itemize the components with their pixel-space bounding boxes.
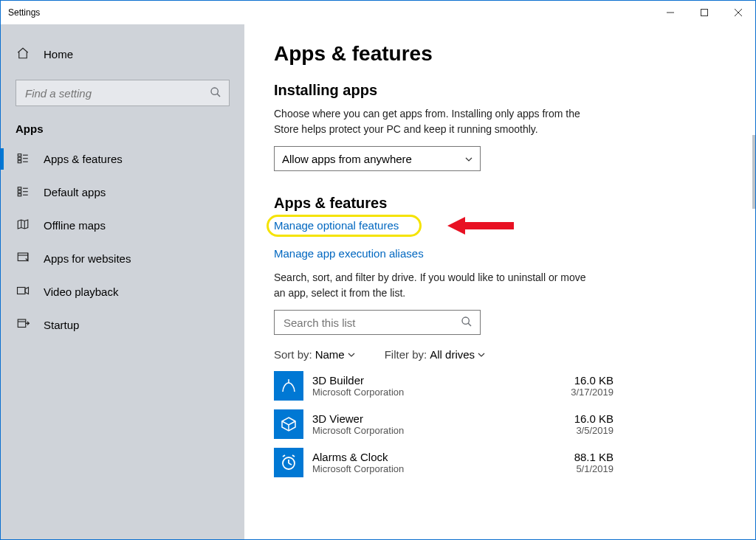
app-publisher: Microsoft Corporation — [312, 425, 574, 436]
scrollbar[interactable] — [752, 135, 755, 209]
chevron-down-icon — [478, 348, 485, 361]
app-size: 16.0 KB — [574, 412, 614, 425]
apps-features-subheader: Apps & features — [274, 195, 726, 212]
nav-item-label: Video playback — [44, 285, 118, 298]
app-row[interactable]: 3D Builder Microsoft Corporation 16.0 KB… — [274, 371, 614, 401]
svg-rect-22 — [18, 288, 26, 294]
home-icon — [16, 46, 30, 62]
svg-point-27 — [462, 317, 469, 324]
apps-search[interactable] — [274, 310, 481, 335]
nav-home[interactable]: Home — [1, 39, 244, 69]
app-name: Alarms & Clock — [312, 451, 574, 463]
apps-websites-icon — [16, 251, 30, 266]
svg-rect-7 — [18, 157, 21, 159]
app-row[interactable]: 3D Viewer Microsoft Corporation 16.0 KB … — [274, 409, 614, 439]
arrow-annotation — [447, 215, 514, 237]
nav-item-label: Default apps — [44, 186, 106, 198]
nav-item-label: Startup — [44, 319, 79, 331]
app-date: 3/5/2019 — [574, 425, 614, 436]
svg-rect-14 — [18, 194, 21, 196]
app-icon-alarms-clock — [274, 448, 303, 477]
svg-rect-24 — [18, 319, 26, 328]
sidebar-search[interactable] — [16, 80, 230, 106]
app-icon-3d-viewer — [274, 409, 303, 439]
video-playback-icon — [16, 284, 30, 300]
apps-search-desc: Search, sort, and filter by drive. If yo… — [274, 270, 591, 301]
svg-line-28 — [468, 323, 471, 326]
manage-aliases-link[interactable]: Manage app execution aliases — [274, 247, 424, 260]
manage-optional-features-link[interactable]: Manage optional features — [274, 219, 399, 232]
svg-marker-23 — [25, 288, 29, 294]
main-content: Apps & features Installing apps Choose w… — [244, 24, 755, 539]
nav-startup[interactable]: Startup — [1, 308, 244, 342]
chevron-down-icon — [348, 348, 355, 361]
svg-rect-1 — [701, 10, 708, 16]
install-source-dropdown[interactable]: Allow apps from anywhere — [274, 146, 481, 171]
svg-line-5 — [217, 94, 220, 97]
svg-line-33 — [289, 463, 292, 465]
app-size: 16.0 KB — [571, 374, 614, 387]
filter-label: Filter by: — [385, 348, 427, 361]
app-name: 3D Builder — [312, 374, 571, 387]
sidebar-search-input[interactable] — [24, 86, 210, 100]
nav-item-label: Apps & features — [44, 153, 123, 165]
dropdown-value: Allow apps from anywhere — [282, 153, 412, 165]
nav-item-label: Offline maps — [44, 219, 106, 232]
apps-search-input[interactable] — [282, 316, 461, 330]
svg-rect-12 — [18, 187, 21, 190]
apps-features-icon — [16, 151, 30, 167]
chevron-down-icon — [465, 153, 472, 165]
sort-value: Name — [315, 348, 345, 361]
filter-by-picker[interactable]: Filter by: All drives — [385, 348, 485, 361]
app-row[interactable]: Alarms & Clock Microsoft Corporation 88.… — [274, 448, 614, 477]
nav-home-label: Home — [44, 48, 73, 60]
default-apps-icon — [16, 184, 30, 200]
page-title: Apps & features — [274, 42, 726, 66]
search-icon — [461, 316, 472, 330]
window-title: Settings — [8, 7, 40, 18]
sort-label: Sort by: — [274, 348, 312, 361]
minimize-button[interactable] — [653, 1, 687, 24]
installing-apps-header: Installing apps — [274, 82, 726, 99]
nav-default-apps[interactable]: Default apps — [1, 176, 244, 209]
title-bar: Settings — [1, 1, 755, 24]
installing-apps-desc: Choose where you can get apps from. Inst… — [274, 106, 591, 137]
sidebar-section-label: Apps — [1, 120, 244, 142]
offline-maps-icon — [16, 218, 30, 233]
app-icon-3d-builder — [274, 371, 303, 401]
sidebar: Home Apps Apps & features Default apps O… — [1, 24, 244, 539]
svg-rect-6 — [18, 154, 21, 156]
app-size: 88.1 KB — [574, 451, 614, 463]
svg-rect-8 — [18, 161, 21, 163]
app-publisher: Microsoft Corporation — [312, 463, 574, 474]
nav-apps-features[interactable]: Apps & features — [1, 142, 244, 176]
nav-video-playback[interactable]: Video playback — [1, 275, 244, 308]
svg-line-35 — [292, 455, 295, 457]
app-date: 5/1/2019 — [574, 463, 614, 474]
app-publisher: Microsoft Corporation — [312, 387, 571, 398]
app-name: 3D Viewer — [312, 412, 574, 425]
search-icon — [210, 86, 221, 100]
filter-value: All drives — [430, 348, 475, 361]
svg-line-34 — [283, 455, 285, 457]
svg-rect-13 — [18, 190, 21, 193]
nav-offline-maps[interactable]: Offline maps — [1, 209, 244, 242]
maximize-button[interactable] — [687, 1, 721, 24]
startup-icon — [16, 317, 30, 333]
svg-point-4 — [211, 88, 218, 94]
close-button[interactable] — [721, 1, 755, 24]
nav-item-label: Apps for websites — [44, 252, 131, 265]
sort-by-picker[interactable]: Sort by: Name — [274, 348, 355, 361]
nav-apps-for-websites[interactable]: Apps for websites — [1, 242, 244, 275]
svg-marker-26 — [447, 217, 514, 235]
app-date: 3/17/2019 — [571, 387, 614, 398]
